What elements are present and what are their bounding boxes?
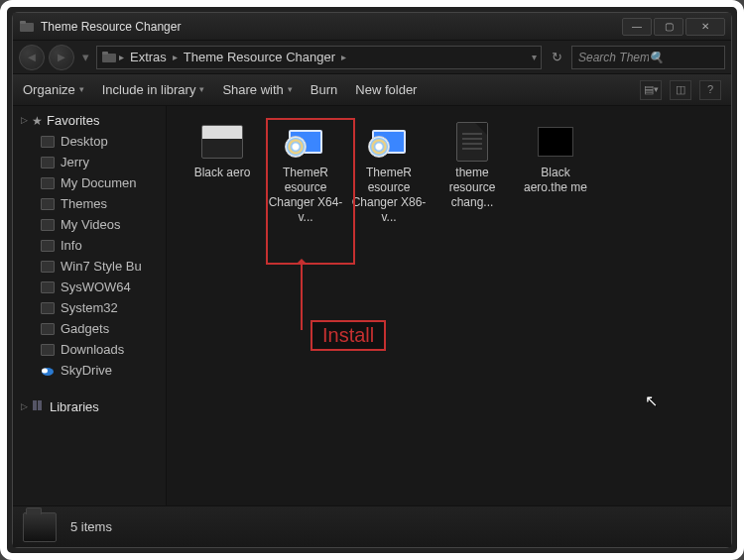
arrow-right-icon: ►	[56, 51, 68, 63]
installer-icon	[281, 120, 330, 164]
folder-icon	[41, 323, 55, 335]
file-label: theme resource chang...	[434, 166, 510, 210]
chevron-down-icon: ▾	[79, 85, 84, 94]
mouse-cursor-icon: ↖	[645, 393, 658, 409]
sidebar-item[interactable]: Desktop	[13, 131, 166, 152]
expand-icon: ▷	[21, 402, 28, 411]
folder-icon	[41, 136, 55, 148]
preview-pane-button[interactable]: ◫	[670, 80, 691, 100]
file-item[interactable]: theme resource chang...	[434, 120, 510, 225]
pane-icon: ◫	[676, 84, 685, 95]
file-item[interactable]: Black aero	[185, 120, 260, 225]
minimize-button[interactable]: —	[622, 18, 652, 36]
file-label: ThemeR esource Changer X86-v...	[351, 166, 427, 225]
installer-icon	[364, 120, 414, 164]
search-input[interactable]: Search Theme Re... 🔍	[571, 46, 725, 69]
chevron-right-icon: ▸	[119, 53, 124, 62]
share-with-menu[interactable]: Share with▾	[222, 82, 292, 97]
file-item[interactable]: ThemeR esource Changer X64-v...	[268, 120, 343, 225]
sidebar-item-label: Gadgets	[61, 321, 109, 336]
folder-icon	[23, 512, 57, 542]
new-folder-button[interactable]: New folder	[355, 82, 417, 97]
window-body: ▷ ★ Favorites DesktopJerryMy DocumenThem…	[13, 106, 731, 505]
file-item[interactable]: Black aero.the me	[518, 120, 593, 225]
organize-menu[interactable]: Organize▾	[23, 82, 84, 97]
arrow-left-icon: ◄	[26, 51, 39, 63]
share-label: Share with	[222, 82, 283, 97]
sidebar-item[interactable]: Jerry	[13, 152, 166, 172]
chevron-down-icon: ▾	[82, 51, 89, 63]
back-button[interactable]: ◄	[19, 45, 45, 70]
sidebar-item-label: SkyDrive	[61, 363, 112, 378]
sidebar-item-label: Info	[61, 238, 82, 253]
folder-icon	[41, 219, 55, 231]
sidebar-item[interactable]: System32	[13, 297, 166, 318]
file-item[interactable]: ThemeR esource Changer X86-v...	[351, 120, 427, 225]
sidebar-item[interactable]: Themes	[13, 193, 166, 214]
maximize-button[interactable]: ▢	[654, 18, 683, 36]
history-dropdown[interactable]: ▾	[78, 48, 92, 67]
command-toolbar: Organize▾ Include in library▾ Share with…	[13, 74, 731, 106]
sidebar-item[interactable]: Win7 Style Bu	[13, 256, 166, 277]
folder-icon	[41, 302, 55, 314]
theme-file-icon	[531, 120, 580, 164]
view-options-button[interactable]: ▤▾	[640, 80, 662, 100]
expand-icon: ▷	[21, 116, 28, 125]
sidebar-item[interactable]: My Videos	[13, 214, 166, 235]
view-icon: ▤	[644, 84, 654, 95]
libraries-group[interactable]: ▷ Libraries	[13, 396, 166, 417]
sidebar-item-label: Desktop	[61, 134, 108, 149]
sidebar-item-label: System32	[61, 300, 118, 315]
skydrive-icon	[41, 365, 55, 377]
file-list[interactable]: Black aeroThemeR esource Changer X64-v..…	[167, 106, 731, 505]
sidebar-item[interactable]: Gadgets	[13, 318, 166, 339]
sidebar-item-label: Themes	[61, 196, 107, 211]
sidebar-item[interactable]: SysWOW64	[13, 277, 166, 297]
help-button[interactable]: ?	[699, 80, 721, 100]
organize-label: Organize	[23, 82, 75, 97]
title-bar: Theme Resource Changer — ▢ ✕	[13, 13, 731, 41]
folder-icon	[101, 50, 117, 65]
breadcrumb[interactable]: Extras	[126, 50, 171, 64]
sidebar-item-label: Jerry	[61, 155, 89, 169]
chevron-down-icon[interactable]: ▾	[532, 53, 537, 62]
library-icon	[32, 399, 46, 414]
file-label: Black aero	[194, 166, 251, 180]
refresh-icon: ↻	[552, 51, 562, 63]
sidebar-item-skydrive[interactable]: SkyDrive	[13, 360, 166, 381]
folder-icon	[41, 281, 55, 293]
folder-icon	[19, 19, 35, 35]
document-icon	[447, 120, 497, 164]
file-label: Black aero.the me	[518, 166, 593, 195]
breadcrumb-label: Extras	[130, 50, 167, 64]
newfolder-label: New folder	[355, 82, 417, 97]
item-count: 5 items	[70, 519, 112, 534]
forward-button[interactable]: ►	[49, 45, 74, 70]
favorites-label: Favorites	[47, 113, 99, 128]
address-bar[interactable]: ▸ Extras ▸ Theme Resource Changer ▸ ▾	[96, 46, 542, 69]
include-label: Include in library	[102, 82, 196, 97]
chevron-down-icon: ▾	[199, 85, 204, 94]
sidebar-item[interactable]: Downloads	[13, 339, 166, 360]
burn-button[interactable]: Burn	[310, 82, 337, 97]
explorer-window: Theme Resource Changer — ▢ ✕ ◄ ► ▾ ▸ Ext…	[12, 12, 732, 548]
svg-rect-1	[20, 21, 26, 24]
close-button[interactable]: ✕	[685, 18, 725, 36]
annotation-arrow	[301, 261, 303, 330]
navigation-pane: ▷ ★ Favorites DesktopJerryMy DocumenThem…	[13, 106, 167, 505]
refresh-button[interactable]: ↻	[546, 47, 567, 68]
sidebar-item[interactable]: My Documen	[13, 172, 166, 193]
folder-icon	[197, 120, 247, 164]
file-label: ThemeR esource Changer X64-v...	[268, 166, 343, 225]
breadcrumb[interactable]: Theme Resource Changer	[180, 50, 339, 64]
sidebar-item[interactable]: Info	[13, 235, 166, 256]
star-icon: ★	[32, 115, 43, 127]
svg-rect-3	[102, 52, 108, 55]
include-in-library-menu[interactable]: Include in library▾	[102, 82, 205, 97]
folder-icon	[41, 344, 55, 356]
favorites-group[interactable]: ▷ ★ Favorites	[13, 110, 166, 131]
sidebar-item-label: SysWOW64	[61, 280, 131, 294]
window-title: Theme Resource Changer	[41, 20, 622, 34]
folder-icon	[41, 261, 55, 273]
sidebar-item-label: My Documen	[61, 175, 137, 190]
